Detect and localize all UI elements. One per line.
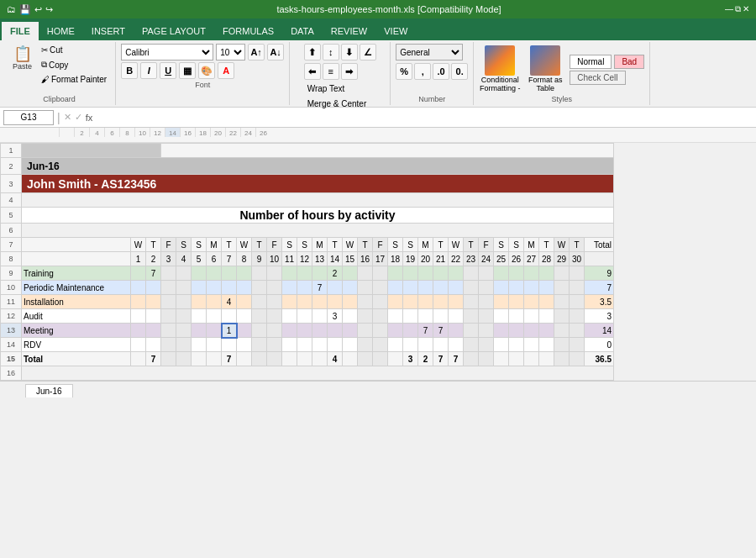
a-d26[interactable] bbox=[509, 309, 524, 324]
t-d21[interactable] bbox=[433, 266, 449, 281]
m-d15[interactable] bbox=[343, 324, 358, 338]
a-d30[interactable] bbox=[570, 309, 585, 324]
copy-button[interactable]: ⧉ Copy bbox=[38, 58, 110, 71]
a-d20[interactable] bbox=[418, 309, 433, 324]
i-d28[interactable] bbox=[539, 295, 554, 309]
m-d2[interactable] bbox=[146, 324, 161, 338]
t-d14[interactable]: 2 bbox=[328, 266, 343, 281]
tot-d15[interactable] bbox=[343, 352, 358, 366]
align-right-btn[interactable]: ➡ bbox=[341, 63, 358, 80]
day-6[interactable]: 6 bbox=[207, 252, 222, 266]
tot-d30[interactable] bbox=[570, 352, 585, 366]
r-d12[interactable] bbox=[297, 338, 312, 352]
p-d7[interactable] bbox=[222, 281, 237, 295]
tot-d3[interactable] bbox=[161, 352, 176, 366]
r-d5[interactable] bbox=[192, 338, 207, 352]
r-d3[interactable] bbox=[161, 338, 176, 352]
p-d19[interactable] bbox=[403, 281, 418, 295]
quick-access-redo[interactable]: ↪ bbox=[45, 4, 53, 15]
i-d11[interactable] bbox=[282, 295, 297, 309]
r-d9[interactable] bbox=[252, 338, 267, 352]
i-d13[interactable] bbox=[312, 295, 328, 309]
m-d13[interactable] bbox=[312, 324, 328, 338]
day-21[interactable]: 21 bbox=[433, 252, 449, 266]
m-d22[interactable] bbox=[449, 324, 464, 338]
tot-d27[interactable] bbox=[524, 352, 539, 366]
t-d7[interactable] bbox=[222, 266, 237, 281]
a-d29[interactable] bbox=[554, 309, 570, 324]
i-d16[interactable] bbox=[358, 295, 373, 309]
m-d26[interactable] bbox=[509, 324, 524, 338]
restore-btn[interactable]: ⧉ bbox=[735, 4, 741, 14]
m-d24[interactable] bbox=[479, 324, 494, 338]
t-d17[interactable] bbox=[373, 266, 388, 281]
tot-d24[interactable] bbox=[479, 352, 494, 366]
activity-rdv[interactable]: RDV bbox=[22, 338, 131, 352]
conditional-formatting-btn[interactable]: Conditional Formatting - bbox=[479, 45, 521, 92]
i-d3[interactable] bbox=[161, 295, 176, 309]
formula-input[interactable] bbox=[96, 110, 753, 125]
m-d18[interactable] bbox=[388, 324, 403, 338]
t-d16[interactable] bbox=[358, 266, 373, 281]
m-d29[interactable] bbox=[554, 324, 570, 338]
check-cell-style-btn[interactable]: Check Cell bbox=[570, 71, 625, 85]
p-d11[interactable] bbox=[282, 281, 297, 295]
i-d6[interactable] bbox=[207, 295, 222, 309]
tab-view[interactable]: VIEW bbox=[375, 22, 416, 40]
tot-d9[interactable] bbox=[252, 352, 267, 366]
a-d14[interactable]: 3 bbox=[328, 309, 343, 324]
a-d24[interactable] bbox=[479, 309, 494, 324]
t-d28[interactable] bbox=[539, 266, 554, 281]
m-d27[interactable] bbox=[524, 324, 539, 338]
p-d1[interactable] bbox=[131, 281, 146, 295]
font-color-button[interactable]: A bbox=[218, 62, 234, 79]
day-29[interactable]: 29 bbox=[554, 252, 570, 266]
activity-audit[interactable]: Audit bbox=[22, 309, 131, 324]
m-d21[interactable]: 7 bbox=[433, 324, 449, 338]
day-11[interactable]: 11 bbox=[282, 252, 297, 266]
tot-d16[interactable] bbox=[358, 352, 373, 366]
r-d25[interactable] bbox=[494, 338, 509, 352]
i-d14[interactable] bbox=[328, 295, 343, 309]
p-d3[interactable] bbox=[161, 281, 176, 295]
i-d27[interactable] bbox=[524, 295, 539, 309]
p-d9[interactable] bbox=[252, 281, 267, 295]
p-d8[interactable] bbox=[237, 281, 252, 295]
r-d15[interactable] bbox=[343, 338, 358, 352]
align-top-btn[interactable]: ⬆ bbox=[304, 44, 321, 61]
t-d27[interactable] bbox=[524, 266, 539, 281]
activity-installation[interactable]: Installation bbox=[22, 295, 131, 309]
a-d27[interactable] bbox=[524, 309, 539, 324]
p-d2[interactable] bbox=[146, 281, 161, 295]
day-24[interactable]: 24 bbox=[479, 252, 494, 266]
wrap-text-button[interactable]: Wrap Text bbox=[304, 82, 376, 95]
m-d4[interactable] bbox=[176, 324, 192, 338]
p-d28[interactable] bbox=[539, 281, 554, 295]
m-d11[interactable] bbox=[282, 324, 297, 338]
r-d1[interactable] bbox=[131, 338, 146, 352]
r-d10[interactable] bbox=[267, 338, 282, 352]
format-as-table-btn[interactable]: Format as Table bbox=[524, 45, 566, 92]
p-d15[interactable] bbox=[343, 281, 358, 295]
p-d26[interactable] bbox=[509, 281, 524, 295]
a-d16[interactable] bbox=[358, 309, 373, 324]
p-d30[interactable] bbox=[570, 281, 585, 295]
p-d14[interactable] bbox=[328, 281, 343, 295]
m-d10[interactable] bbox=[267, 324, 282, 338]
day-1[interactable]: 1 bbox=[131, 252, 146, 266]
a-d22[interactable] bbox=[449, 309, 464, 324]
tot-d6[interactable] bbox=[207, 352, 222, 366]
day-12[interactable]: 12 bbox=[297, 252, 312, 266]
tot-d17[interactable] bbox=[373, 352, 388, 366]
t-d29[interactable] bbox=[554, 266, 570, 281]
t-d13[interactable] bbox=[312, 266, 328, 281]
p-d25[interactable] bbox=[494, 281, 509, 295]
t-d26[interactable] bbox=[509, 266, 524, 281]
i-d7[interactable]: 4 bbox=[222, 295, 237, 309]
t-d22[interactable] bbox=[449, 266, 464, 281]
p-d6[interactable] bbox=[207, 281, 222, 295]
day-5[interactable]: 5 bbox=[192, 252, 207, 266]
t-d2[interactable]: 7 bbox=[146, 266, 161, 281]
day-16[interactable]: 16 bbox=[358, 252, 373, 266]
a-d7[interactable] bbox=[222, 309, 237, 324]
